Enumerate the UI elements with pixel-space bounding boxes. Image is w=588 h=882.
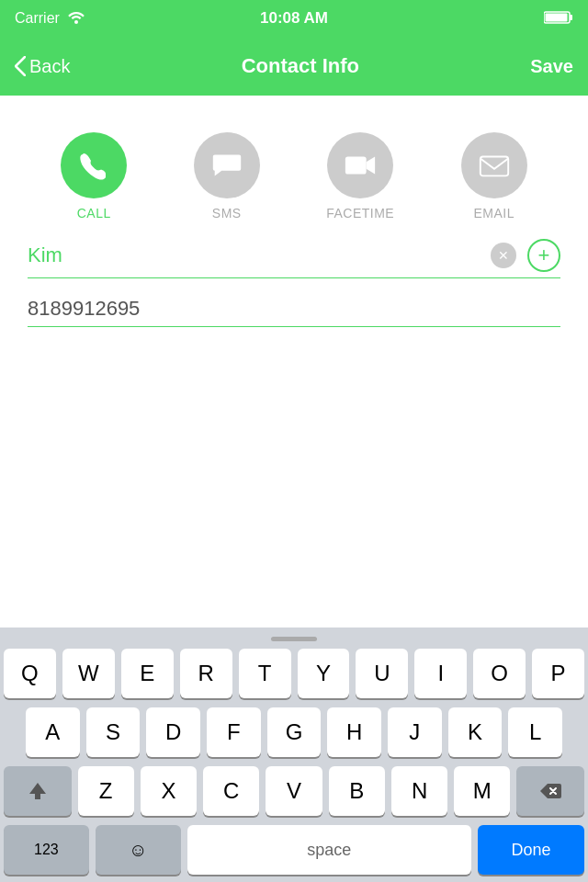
key-z[interactable]: Z [78,766,134,816]
key-y[interactable]: Y [298,649,350,698]
form-section: ✕ + [0,230,588,336]
svg-rect-3 [546,13,568,21]
name-field-row: ✕ + [28,239,560,278]
backspace-key[interactable] [516,766,584,816]
key-i[interactable]: I [414,649,467,698]
phone-input[interactable] [28,297,560,321]
key-b[interactable]: B [329,766,385,816]
nav-bar: Back Contact Info Save [0,37,588,96]
status-left: Carrier [15,9,85,28]
key-r[interactable]: R [180,649,232,698]
key-t[interactable]: T [239,649,291,698]
nav-title: Contact Info [242,54,359,78]
sms-circle[interactable] [194,132,260,198]
back-label: Back [29,56,70,77]
keyboard: Q W E R T Y U I O P A S D F G H J K L Z … [0,628,588,882]
svg-marker-5 [367,157,376,175]
key-q[interactable]: Q [4,649,56,698]
done-key[interactable]: Done [478,825,584,875]
key-p[interactable]: P [532,649,584,698]
key-g[interactable]: G [267,707,322,757]
sms-label: SMS [212,206,242,220]
svg-rect-2 [570,15,572,20]
key-u[interactable]: U [356,649,408,698]
key-l[interactable]: L [508,707,562,757]
key-c[interactable]: C [203,766,259,816]
shift-key[interactable] [4,766,72,816]
key-a[interactable]: A [26,707,80,757]
key-h[interactable]: H [327,707,381,757]
add-field-button[interactable]: + [527,239,560,272]
status-time: 10:08 AM [260,9,328,28]
svg-rect-6 [481,157,508,176]
key-v[interactable]: V [266,766,322,816]
keyboard-handle [271,637,317,641]
keyboard-row-1: Q W E R T Y U I O P [0,649,588,698]
key-w[interactable]: W [62,649,115,698]
svg-marker-7 [29,783,46,799]
key-s[interactable]: S [86,707,141,757]
key-n[interactable]: N [391,766,447,816]
name-input[interactable] [28,243,491,267]
svg-point-0 [74,20,78,24]
email-label: EMAIL [473,206,514,220]
email-circle[interactable] [461,132,527,198]
key-m[interactable]: M [454,766,510,816]
phone-field-row [28,297,560,327]
key-o[interactable]: O [473,649,526,698]
call-label: CALL [77,206,111,220]
back-button[interactable]: Back [15,56,70,77]
key-e[interactable]: E [121,649,174,698]
wifi-icon [67,9,85,28]
status-bar: Carrier 10:08 AM [0,0,588,37]
keyboard-row-3: Z X C V B N M [0,766,588,816]
space-key[interactable]: space [187,825,471,875]
key-x[interactable]: X [141,766,197,816]
key-f[interactable]: F [207,707,261,757]
key-j[interactable]: J [388,707,442,757]
contact-content: CALL SMS FACETIME [0,96,588,355]
action-sms[interactable]: SMS [194,132,260,220]
action-call[interactable]: CALL [61,132,127,220]
key-k[interactable]: K [448,707,503,757]
num-key[interactable]: 123 [4,825,89,875]
call-circle[interactable] [61,132,127,198]
svg-rect-4 [345,157,367,175]
save-button[interactable]: Save [530,56,573,77]
emoji-key[interactable]: ☺ [96,825,181,875]
facetime-label: FACETIME [326,206,394,220]
action-facetime[interactable]: FACETIME [326,132,394,220]
action-row: CALL SMS FACETIME [0,114,588,230]
facetime-circle[interactable] [327,132,393,198]
clear-name-button[interactable]: ✕ [491,243,516,268]
carrier-label: Carrier [15,10,60,27]
battery-icon [544,10,573,28]
action-email[interactable]: EMAIL [461,132,527,220]
keyboard-row-2: A S D F G H J K L [0,707,588,757]
keyboard-row-4: 123 ☺ space Done [0,825,588,875]
key-d[interactable]: D [146,707,200,757]
